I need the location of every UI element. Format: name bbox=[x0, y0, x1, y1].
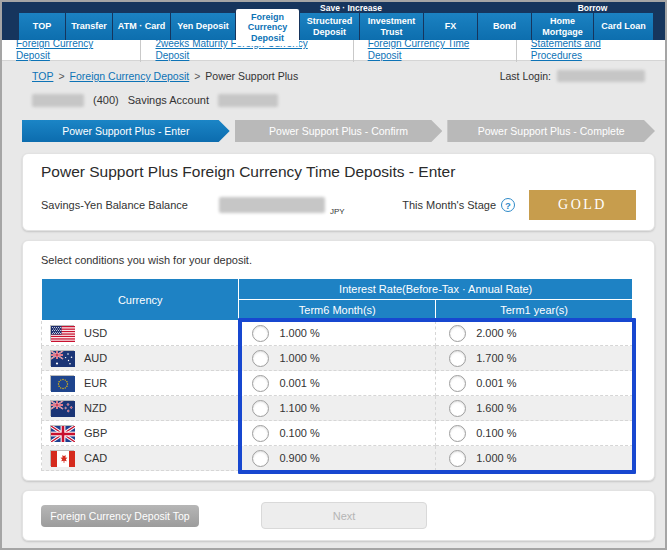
tab-label: Bond bbox=[493, 21, 516, 31]
radio-gbp-term6[interactable] bbox=[252, 425, 269, 442]
top-navigation: Save · Increase Borrow TOPTransferATM · … bbox=[2, 2, 665, 40]
column-header-rate-group: Interest Rate(Before-Tax · Annual Rate) bbox=[239, 279, 633, 300]
breadcrumb-row: TOP>Foreign Currency Deposit>Power Suppo… bbox=[22, 68, 655, 84]
term6-rate-cell: 0.100 % bbox=[239, 421, 436, 446]
term6-rate-cell: 1.000 % bbox=[239, 346, 436, 371]
radio-cad-term1[interactable] bbox=[449, 450, 466, 467]
page-content: TOP>Foreign Currency Deposit>Power Suppo… bbox=[2, 68, 665, 541]
rate-value: 1.100 % bbox=[279, 402, 319, 414]
rate-value: 0.001 % bbox=[279, 377, 319, 389]
currency-cell: USD bbox=[42, 321, 239, 346]
table-row-gbp: GBP0.100 %0.100 % bbox=[42, 421, 633, 446]
tab-label: Structured Deposit bbox=[300, 16, 359, 36]
step-power-support-plus-confirm: Power Support Plus - Confirm bbox=[235, 120, 443, 142]
radio-usd-term6[interactable] bbox=[252, 325, 269, 342]
step-label: Power Support Plus - Enter bbox=[62, 125, 189, 137]
rate-value: 0.100 % bbox=[476, 427, 516, 439]
breadcrumb-link-foreign-currency-deposit[interactable]: Foreign Currency Deposit bbox=[70, 70, 190, 82]
radio-eur-term1[interactable] bbox=[449, 375, 466, 392]
rate-value: 1.700 % bbox=[476, 352, 516, 364]
eu-flag bbox=[50, 375, 74, 391]
radio-eur-term6[interactable] bbox=[252, 375, 269, 392]
browser-viewport: Save · Increase Borrow TOPTransferATM · … bbox=[0, 0, 667, 550]
radio-nzd-term1[interactable] bbox=[449, 400, 466, 417]
column-header-term1: Term1 year(s) bbox=[436, 300, 633, 321]
redacted-last-login-value bbox=[557, 70, 645, 82]
balance-label: Savings-Yen Balance Balance bbox=[41, 199, 219, 211]
account-type-label: Savings Account bbox=[128, 94, 209, 106]
balance-currency-unit: JPY bbox=[330, 207, 345, 216]
radio-aud-term1[interactable] bbox=[449, 350, 466, 367]
tab-yen-deposit[interactable]: Yen Deposit bbox=[171, 13, 235, 40]
instruction-text: Select conditions you wish for your depo… bbox=[41, 241, 636, 266]
tab-bond[interactable]: Bond bbox=[478, 13, 531, 40]
help-icon[interactable]: ? bbox=[501, 198, 515, 212]
tab-top[interactable]: TOP bbox=[19, 13, 65, 40]
radio-cad-term6[interactable] bbox=[252, 450, 269, 467]
term1-rate-cell: 0.100 % bbox=[436, 421, 633, 446]
term1-rate-cell: 1.700 % bbox=[436, 346, 633, 371]
step-label: Power Support Plus - Confirm bbox=[269, 125, 408, 137]
tab-label: Investment Trust bbox=[360, 16, 423, 36]
tab-structured-deposit[interactable]: Structured Deposit bbox=[300, 13, 359, 40]
currency-code: USD bbox=[84, 327, 107, 339]
rate-value: 1.000 % bbox=[279, 327, 319, 339]
rate-value: 0.100 % bbox=[279, 427, 319, 439]
tab-label: Transfer bbox=[71, 21, 107, 31]
table-row-cad: CAD0.900 %1.000 % bbox=[42, 446, 633, 471]
balance-row: Savings-Yen Balance Balance JPY This Mon… bbox=[41, 190, 636, 220]
subnav-link-foreign-currency-deposit[interactable]: Foreign Currency Deposit bbox=[2, 38, 140, 62]
redacted-balance-amount bbox=[219, 197, 325, 213]
term1-rate-cell: 0.001 % bbox=[436, 371, 633, 396]
breadcrumb-separator: > bbox=[58, 70, 64, 82]
rate-value: 1.000 % bbox=[279, 352, 319, 364]
stage-badge: GOLD bbox=[529, 190, 636, 220]
nz-flag bbox=[50, 400, 74, 416]
tab-investment-trust[interactable]: Investment Trust bbox=[360, 13, 423, 40]
tab-label: TOP bbox=[33, 21, 51, 31]
action-bar: Foreign Currency Deposit Top Next bbox=[22, 490, 655, 541]
breadcrumb-link-top[interactable]: TOP bbox=[32, 70, 53, 82]
rate-value: 0.001 % bbox=[476, 377, 516, 389]
radio-aud-term6[interactable] bbox=[252, 350, 269, 367]
tab-label: Yen Deposit bbox=[177, 21, 229, 31]
currency-cell: CAD bbox=[42, 446, 239, 471]
rate-value: 0.900 % bbox=[279, 452, 319, 464]
next-button[interactable]: Next bbox=[261, 502, 427, 529]
radio-usd-term1[interactable] bbox=[449, 325, 466, 342]
step-power-support-plus-enter: Power Support Plus - Enter bbox=[22, 120, 230, 142]
breadcrumb: TOP>Foreign Currency Deposit>Power Suppo… bbox=[32, 70, 298, 82]
currency-cell: NZD bbox=[42, 396, 239, 421]
table-row-aud: AUD1.000 %1.700 % bbox=[42, 346, 633, 371]
tab-label: Home Mortgage bbox=[532, 16, 593, 36]
table-row-usd: USD1.000 %2.000 % bbox=[42, 321, 633, 346]
tab-fx[interactable]: FX bbox=[424, 13, 477, 40]
currency-code: GBP bbox=[84, 427, 107, 439]
tab-transfer[interactable]: Transfer bbox=[66, 13, 112, 40]
deposit-conditions-card: Select conditions you wish for your depo… bbox=[22, 240, 655, 481]
last-login-label: Last Login: bbox=[500, 70, 551, 82]
tab-card-loan[interactable]: Card Loan bbox=[594, 13, 653, 40]
subnav-link-statements-and-procedures[interactable]: Statements and Procedures bbox=[516, 38, 665, 62]
tab-home-mortgage[interactable]: Home Mortgage bbox=[532, 13, 593, 40]
sub-navigation: Foreign Currency Deposit2weeks Maturity … bbox=[2, 40, 665, 61]
tab-foreign-currency-deposit[interactable]: Foreign Currency Deposit bbox=[236, 9, 299, 46]
rate-value: 1.000 % bbox=[476, 452, 516, 464]
step-power-support-plus-complete: Power Support Plus - Complete bbox=[447, 120, 655, 142]
summary-card: Power Support Plus Foreign Currency Time… bbox=[22, 153, 655, 231]
currency-cell: AUD bbox=[42, 346, 239, 371]
tab-atm-card[interactable]: ATM · Card bbox=[113, 13, 170, 40]
interest-rate-table: Currency Interest Rate(Before-Tax · Annu… bbox=[41, 278, 633, 471]
currency-cell: GBP bbox=[42, 421, 239, 446]
foreign-currency-deposit-top-button[interactable]: Foreign Currency Deposit Top bbox=[41, 505, 199, 527]
currency-code: CAD bbox=[84, 452, 107, 464]
redacted-account-number bbox=[218, 94, 278, 107]
page-title: Power Support Plus Foreign Currency Time… bbox=[41, 154, 636, 181]
radio-nzd-term6[interactable] bbox=[252, 400, 269, 417]
currency-code: EUR bbox=[84, 377, 107, 389]
account-info: (400) Savings Account bbox=[22, 92, 655, 108]
subnav-link-foreign-currency-time-deposit[interactable]: Foreign Currency Time Deposit bbox=[353, 38, 516, 62]
rate-value: 2.000 % bbox=[476, 327, 516, 339]
radio-gbp-term1[interactable] bbox=[449, 425, 466, 442]
breadcrumb-current: Power Support Plus bbox=[205, 70, 298, 82]
